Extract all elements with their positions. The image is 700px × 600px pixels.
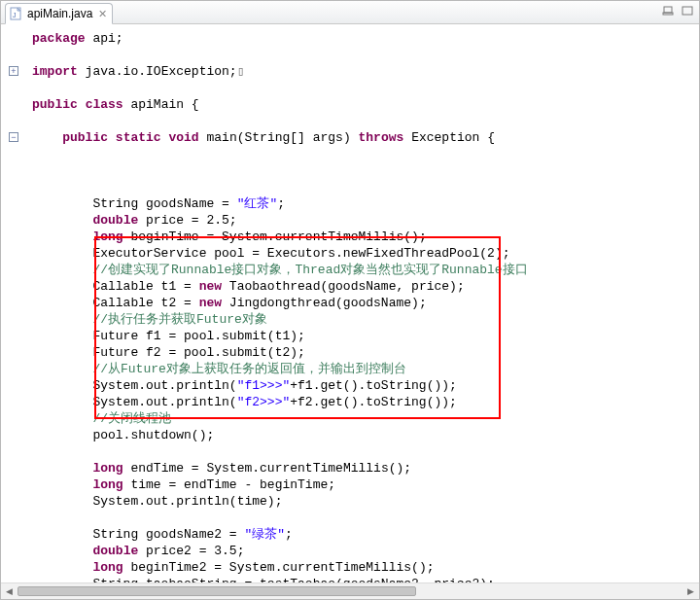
svg-rect-2 <box>664 7 672 13</box>
code-area[interactable]: package api; import java.io.IOException;… <box>26 24 699 582</box>
close-icon[interactable]: ✕ <box>96 8 108 19</box>
editor-toolbar-right <box>660 3 695 18</box>
restore-icon[interactable] <box>660 3 676 18</box>
editor-body: + − package api; import java.io.IOExcept… <box>1 24 699 582</box>
minimize-icon[interactable] <box>680 3 695 18</box>
tab-apimain[interactable]: J apiMain.java ✕ <box>5 3 113 24</box>
svg-text:J: J <box>13 12 17 18</box>
svg-rect-3 <box>663 13 673 15</box>
tab-label: apiMain.java <box>27 7 92 20</box>
scroll-track[interactable] <box>18 583 682 600</box>
java-file-icon: J <box>10 7 23 20</box>
editor-frame: J apiMain.java ✕ + − package api; import… <box>0 0 700 600</box>
scroll-thumb[interactable] <box>18 586 416 596</box>
gutter[interactable]: + − <box>1 24 26 582</box>
code-viewport[interactable]: package api; import java.io.IOException;… <box>26 24 699 582</box>
svg-rect-4 <box>682 7 692 15</box>
fold-collapse-icon[interactable]: − <box>9 132 18 142</box>
horizontal-scrollbar[interactable]: ◀ ▶ <box>1 582 699 599</box>
scroll-right-icon[interactable]: ▶ <box>682 583 699 600</box>
tab-bar: J apiMain.java ✕ <box>1 1 699 24</box>
fold-expand-icon[interactable]: + <box>9 66 18 76</box>
scroll-left-icon[interactable]: ◀ <box>1 583 18 600</box>
